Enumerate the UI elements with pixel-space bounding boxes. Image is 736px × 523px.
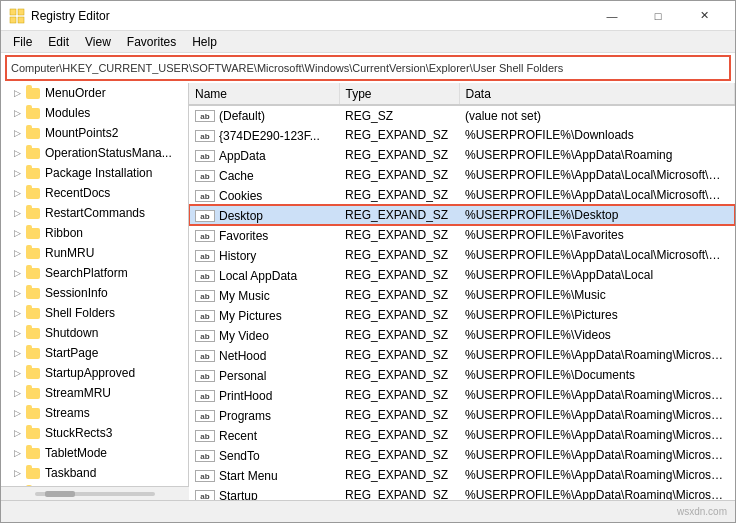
registry-name-text: Startup	[219, 489, 258, 501]
tree-item[interactable]: ▷Streams	[1, 403, 188, 423]
registry-name-cell: abRecent	[189, 425, 339, 445]
table-row[interactable]: abStart MenuREG_EXPAND_SZ%USERPROFILE%\A…	[189, 465, 735, 485]
registry-name-text: My Pictures	[219, 309, 282, 323]
tree-item[interactable]: ▷StartupApproved	[1, 363, 188, 383]
tree-expander-icon: ▷	[9, 225, 25, 241]
registry-name-text: Desktop	[219, 209, 263, 223]
table-row[interactable]: abMy MusicREG_EXPAND_SZ%USERPROFILE%\Mus…	[189, 285, 735, 305]
tree-item[interactable]: ▷TabletMode	[1, 443, 188, 463]
tree-item[interactable]: ▷RecentDocs	[1, 183, 188, 203]
tree-item-label: RecentDocs	[45, 186, 110, 200]
tree-hscroll[interactable]	[1, 486, 189, 500]
registry-name-text: AppData	[219, 149, 266, 163]
menu-help[interactable]: Help	[184, 33, 225, 51]
registry-name-cell: abFavorites	[189, 225, 339, 245]
tree-item[interactable]: ▷Ribbon	[1, 223, 188, 243]
table-row[interactable]: abDesktopREG_EXPAND_SZ%USERPROFILE%\Desk…	[189, 205, 735, 225]
folder-icon	[25, 125, 41, 141]
table-row[interactable]: abCacheREG_EXPAND_SZ%USERPROFILE%\AppDat…	[189, 165, 735, 185]
svg-rect-1	[18, 9, 24, 15]
tree-expander-icon: ▷	[9, 145, 25, 161]
tree-item-label: Package Installation	[45, 166, 152, 180]
table-row[interactable]: abSendToREG_EXPAND_SZ%USERPROFILE%\AppDa…	[189, 445, 735, 465]
tree-item[interactable]: ▷Package Installation	[1, 163, 188, 183]
table-row[interactable]: abCookiesREG_EXPAND_SZ%USERPROFILE%\AppD…	[189, 185, 735, 205]
tree-expander-icon: ▷	[9, 365, 25, 381]
table-row[interactable]: abProgramsREG_EXPAND_SZ%USERPROFILE%\App…	[189, 405, 735, 425]
tree-item[interactable]: ▷Modules	[1, 103, 188, 123]
registry-name-text: My Music	[219, 289, 270, 303]
tree-expander-icon: ▷	[9, 105, 25, 121]
table-row[interactable]: abFavoritesREG_EXPAND_SZ%USERPROFILE%\Fa…	[189, 225, 735, 245]
tree-item[interactable]: ▷Shell Folders	[1, 303, 188, 323]
registry-data-cell: %USERPROFILE%\Favorites	[459, 225, 735, 245]
registry-data-cell: (value not set)	[459, 105, 735, 125]
minimize-button[interactable]: —	[589, 1, 635, 31]
tree-item-label: Ribbon	[45, 226, 83, 240]
tree-item[interactable]: ▷RestartCommands	[1, 203, 188, 223]
tree-item[interactable]: ▷Shutdown	[1, 323, 188, 343]
registry-data-cell: %USERPROFILE%\AppData\Local\Microsoft\Wi…	[459, 245, 735, 265]
registry-data-cell: %USERPROFILE%\AppData\Local\Microsoft\Wi…	[459, 165, 735, 185]
col-type-header[interactable]: Type	[339, 83, 459, 105]
registry-type-cell: REG_EXPAND_SZ	[339, 365, 459, 385]
registry-type-cell: REG_EXPAND_SZ	[339, 305, 459, 325]
table-row[interactable]: ab{374DE290-123F...REG_EXPAND_SZ%USERPRO…	[189, 125, 735, 145]
tree-expander-icon: ▷	[9, 305, 25, 321]
menu-bar: File Edit View Favorites Help	[1, 31, 735, 53]
col-name-header[interactable]: Name	[189, 83, 339, 105]
table-row[interactable]: abPrintHoodREG_EXPAND_SZ%USERPROFILE%\Ap…	[189, 385, 735, 405]
registry-type-cell: REG_EXPAND_SZ	[339, 345, 459, 365]
menu-edit[interactable]: Edit	[40, 33, 77, 51]
registry-name-cell: abCache	[189, 165, 339, 185]
tree-item[interactable]: ▷MountPoints2	[1, 123, 188, 143]
folder-icon	[25, 245, 41, 261]
tree-item-label: TabletMode	[45, 446, 107, 460]
maximize-button[interactable]: □	[635, 1, 681, 31]
registry-name-text: Local AppData	[219, 269, 297, 283]
table-row[interactable]: abHistoryREG_EXPAND_SZ%USERPROFILE%\AppD…	[189, 245, 735, 265]
tree-item[interactable]: ▷SessionInfo	[1, 283, 188, 303]
registry-name-cell: abLocal AppData	[189, 265, 339, 285]
registry-data-cell: %USERPROFILE%\Downloads	[459, 125, 735, 145]
table-row[interactable]: abPersonalREG_EXPAND_SZ%USERPROFILE%\Doc…	[189, 365, 735, 385]
address-bar[interactable]: Computer\HKEY_CURRENT_USER\SOFTWARE\Micr…	[5, 55, 731, 81]
tree-item[interactable]: ▷StreamMRU	[1, 383, 188, 403]
table-row[interactable]: abRecentREG_EXPAND_SZ%USERPROFILE%\AppDa…	[189, 425, 735, 445]
folder-icon	[25, 85, 41, 101]
registry-type-cell: REG_EXPAND_SZ	[339, 385, 459, 405]
registry-type-cell: REG_EXPAND_SZ	[339, 125, 459, 145]
address-path: Computer\HKEY_CURRENT_USER\SOFTWARE\Micr…	[11, 62, 563, 74]
registry-name-text: Start Menu	[219, 469, 278, 483]
close-button[interactable]: ✕	[681, 1, 727, 31]
svg-rect-5	[45, 491, 75, 497]
table-row[interactable]: abLocal AppDataREG_EXPAND_SZ%USERPROFILE…	[189, 265, 735, 285]
registry-type-cell: REG_EXPAND_SZ	[339, 405, 459, 425]
tree-item-label: StartPage	[45, 346, 98, 360]
tree-item[interactable]: ▷OperationStatusMana...	[1, 143, 188, 163]
registry-data-cell: %USERPROFILE%\AppData\Roaming\Microsoft\…	[459, 425, 735, 445]
menu-view[interactable]: View	[77, 33, 119, 51]
menu-favorites[interactable]: Favorites	[119, 33, 184, 51]
tree-item-label: MenuOrder	[45, 86, 106, 100]
tree-item[interactable]: ▷MenuOrder	[1, 83, 188, 103]
table-row[interactable]: ab(Default)REG_SZ(value not set)	[189, 105, 735, 125]
table-row[interactable]: abMy VideoREG_EXPAND_SZ%USERPROFILE%\Vid…	[189, 325, 735, 345]
menu-file[interactable]: File	[5, 33, 40, 51]
tree-panel: ▷MenuOrder▷Modules▷MountPoints2▷Operatio…	[1, 83, 189, 486]
tree-item[interactable]: ▷RunMRU	[1, 243, 188, 263]
table-row[interactable]: abNetHoodREG_EXPAND_SZ%USERPROFILE%\AppD…	[189, 345, 735, 365]
tree-expander-icon: ▷	[9, 245, 25, 261]
col-data-header[interactable]: Data	[459, 83, 735, 105]
registry-name-text: My Video	[219, 329, 269, 343]
table-row[interactable]: abStartupREG_EXPAND_SZ%USERPROFILE%\AppD…	[189, 485, 735, 500]
registry-name-text: History	[219, 249, 256, 263]
table-row[interactable]: abMy PicturesREG_EXPAND_SZ%USERPROFILE%\…	[189, 305, 735, 325]
tree-item[interactable]: ▷Taskband	[1, 463, 188, 483]
table-row[interactable]: abAppDataREG_EXPAND_SZ%USERPROFILE%\AppD…	[189, 145, 735, 165]
tree-item[interactable]: ▷StuckRects3	[1, 423, 188, 443]
tree-item[interactable]: ▷StartPage	[1, 343, 188, 363]
status-text: wsxdn.com	[677, 506, 727, 517]
tree-item[interactable]: ▷SearchPlatform	[1, 263, 188, 283]
svg-rect-3	[18, 17, 24, 23]
